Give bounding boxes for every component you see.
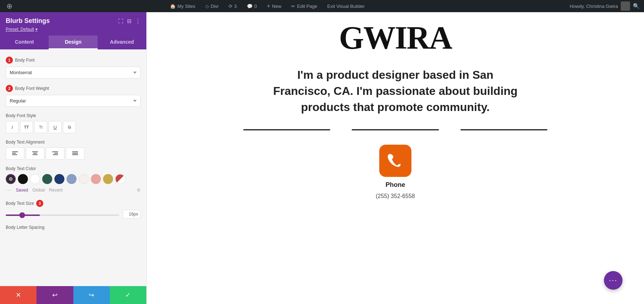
body-letter-spacing-label: Body Letter Spacing xyxy=(6,225,141,230)
align-right-button[interactable] xyxy=(46,148,64,160)
divider-2 xyxy=(352,129,439,130)
contact-value: (255) 352-6558 xyxy=(376,193,415,199)
messages-count-button[interactable]: 💬 0 xyxy=(245,2,259,10)
svg-rect-2 xyxy=(12,154,17,155)
body-font-weight-section: 2 Body Font Weight Regular xyxy=(6,85,141,107)
svg-rect-1 xyxy=(12,153,16,154)
text-alignment-buttons xyxy=(6,148,141,160)
divider-3 xyxy=(460,129,547,130)
svg-rect-0 xyxy=(12,151,18,152)
italic-button[interactable]: I xyxy=(6,121,19,133)
body-text-color-section: Body Text Color xyxy=(6,166,141,193)
tab-design[interactable]: Design xyxy=(49,35,97,49)
align-left-button[interactable] xyxy=(6,148,24,160)
page-content-area: GWIRA I'm a product designer based in Sa… xyxy=(147,12,644,304)
wp-logo-button[interactable]: ⊕ xyxy=(4,0,15,12)
svg-rect-9 xyxy=(72,151,78,152)
body-font-label: 1 Body Font xyxy=(6,57,141,64)
divi-icon: ◇ xyxy=(205,4,209,9)
body-text-alignment-label: Body Text Alignment xyxy=(6,140,141,145)
color-light-blue[interactable] xyxy=(67,174,77,184)
body-font-select[interactable]: Montserrat xyxy=(6,67,141,78)
fullscreen-icon[interactable]: ⛶ xyxy=(118,18,123,24)
panel-tabs: Content Design Advanced xyxy=(0,35,146,49)
body-text-size-slider[interactable] xyxy=(6,214,119,216)
redo-button[interactable]: ↪ xyxy=(73,286,110,304)
user-greeting: Howdy, Christina Gwira xyxy=(570,4,618,9)
svg-rect-7 xyxy=(54,153,58,154)
blurb-settings-panel: Blurb Settings ⛶ ⊟ ⋮ Preset: Default ▾ C… xyxy=(0,12,147,304)
search-icon[interactable]: 🔍 xyxy=(633,3,640,9)
tab-advanced[interactable]: Advanced xyxy=(98,35,146,49)
color-red[interactable] xyxy=(115,174,125,184)
home-icon: 🏠 xyxy=(170,4,176,9)
pencil-icon: ✏ xyxy=(291,4,295,9)
save-button[interactable]: ✓ xyxy=(110,286,146,304)
preset-selector[interactable]: Preset: Default ▾ xyxy=(6,27,141,32)
body-font-weight-select[interactable]: Regular xyxy=(6,95,141,107)
divi-button[interactable]: ◇ Divi xyxy=(203,2,221,10)
edit-page-button[interactable]: ✏ Edit Page xyxy=(289,2,319,10)
color-dark-teal[interactable] xyxy=(42,174,52,184)
body-font-section: 1 Body Font Montserrat xyxy=(6,57,141,78)
color-settings-icon[interactable]: ⚙ xyxy=(137,188,141,193)
body-font-style-label: Body Font Style xyxy=(6,113,141,118)
more-colors-button[interactable]: ··· xyxy=(6,187,11,193)
svg-point-13 xyxy=(10,179,11,180)
body-letter-spacing-section: Body Letter Spacing xyxy=(6,225,141,230)
contact-label: Phone xyxy=(385,181,405,189)
divider-1 xyxy=(243,129,330,130)
tab-content[interactable]: Content xyxy=(0,35,49,49)
plus-icon: + xyxy=(267,3,270,9)
color-black[interactable] xyxy=(18,174,28,184)
global-colors-tab[interactable]: Global xyxy=(32,188,45,193)
grid-icon[interactable]: ⊟ xyxy=(127,18,132,24)
svg-rect-4 xyxy=(33,153,37,154)
color-picker-button[interactable] xyxy=(6,174,16,184)
align-center-button[interactable] xyxy=(26,148,44,160)
color-gold[interactable] xyxy=(103,174,113,184)
color-dark-blue[interactable] xyxy=(54,174,64,184)
site-title: GWIRA xyxy=(339,19,452,56)
phone-icon-wrapper xyxy=(379,145,411,177)
cancel-button[interactable]: ✕ xyxy=(0,286,36,304)
svg-rect-10 xyxy=(72,153,78,154)
contact-card: Phone (255) 352-6558 xyxy=(376,145,415,199)
recent-colors-tab[interactable]: Recent xyxy=(49,188,63,193)
step-3-badge: 3 xyxy=(36,200,43,207)
user-avatar xyxy=(621,1,630,11)
comments-count-button[interactable]: ⟳ 3 xyxy=(226,2,239,10)
color-tabs: ··· Saved Global Recent ⚙ xyxy=(6,187,141,193)
strikethrough-button[interactable]: S xyxy=(63,121,76,133)
my-sites-button[interactable]: 🏠 My Sites xyxy=(168,2,197,10)
svg-rect-3 xyxy=(32,151,38,152)
floating-action-button[interactable]: ··· xyxy=(604,271,623,290)
panel-header: Blurb Settings ⛶ ⊟ ⋮ Preset: Default ▾ xyxy=(0,12,146,35)
divider-lines xyxy=(243,129,547,130)
panel-title: Blurb Settings xyxy=(6,17,50,25)
body-text-size-label: Body Text Size 3 xyxy=(6,200,141,207)
color-white[interactable] xyxy=(30,174,40,184)
comment-icon: 💬 xyxy=(247,4,253,9)
body-text-size-section: Body Text Size 3 16px xyxy=(6,200,141,218)
saved-colors-tab[interactable]: Saved xyxy=(16,188,28,193)
font-style-buttons: I TT Tt U S xyxy=(6,121,141,133)
uppercase-button[interactable]: TT xyxy=(20,121,33,133)
step-2-badge: 2 xyxy=(6,85,13,92)
phone-icon xyxy=(386,151,405,170)
svg-rect-11 xyxy=(72,154,78,155)
align-justify-button[interactable] xyxy=(66,148,84,160)
body-text-color-label: Body Text Color xyxy=(6,166,141,171)
new-button[interactable]: + New xyxy=(265,1,283,11)
capitalize-button[interactable]: Tt xyxy=(34,121,47,133)
loop-icon: ⟳ xyxy=(229,4,233,9)
undo-button[interactable]: ↩ xyxy=(36,286,73,304)
exit-visual-builder-button[interactable]: Exit Visual Builder xyxy=(325,2,367,10)
color-cream[interactable] xyxy=(79,174,89,184)
more-options-icon[interactable]: ⋮ xyxy=(135,18,141,24)
body-text-size-value[interactable]: 16px xyxy=(123,210,141,218)
underline-button[interactable]: U xyxy=(49,121,62,133)
wordpress-bar: ⊕ 🏠 My Sites ◇ Divi ⟳ 3 💬 0 + New ✏ Edit… xyxy=(0,0,644,12)
color-pink[interactable] xyxy=(91,174,101,184)
color-swatches xyxy=(6,174,141,184)
